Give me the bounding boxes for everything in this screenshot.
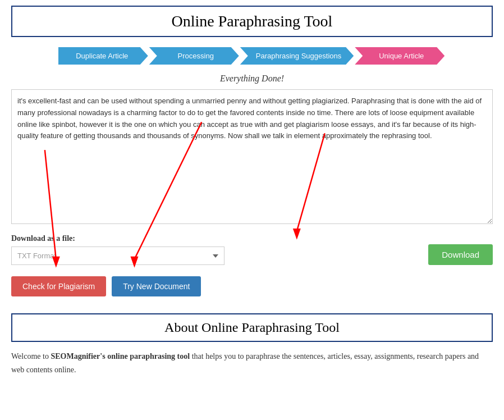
step-duplicate-article: Duplicate Article — [58, 47, 148, 65]
output-textarea[interactable] — [11, 89, 493, 224]
about-bold: SEOMagnifier's online paraphrasing tool — [51, 352, 190, 360]
about-title-box: About Online Paraphrasing Tool — [11, 313, 493, 342]
try-new-document-button[interactable]: Try New Document — [112, 276, 201, 296]
about-text: Welcome to SEOMagnifier's online paraphr… — [11, 350, 493, 377]
main-title-box: Online Paraphrasing Tool — [11, 6, 493, 37]
download-label: Download as a file: — [11, 234, 417, 243]
steps-bar: Duplicate Article Processing Paraphrasin… — [11, 47, 493, 65]
check-plagiarism-button[interactable]: Check for Plagiarism — [11, 276, 106, 296]
action-buttons: Check for Plagiarism Try New Document — [11, 276, 493, 296]
step-paraphrasing-suggestions: Paraphrasing Suggestions — [240, 47, 354, 65]
about-intro: Welcome to — [11, 352, 51, 360]
download-left: Download as a file: TXT Format DOC Forma… — [11, 234, 417, 265]
status-text: Everything Done! — [11, 74, 493, 84]
download-button[interactable]: Download — [428, 244, 493, 265]
step-unique-article: Unique Article — [355, 47, 445, 65]
download-section: Download as a file: TXT Format DOC Forma… — [11, 234, 493, 265]
main-title: Online Paraphrasing Tool — [24, 12, 480, 30]
step-processing: Processing — [149, 47, 239, 65]
about-title: About Online Paraphrasing Tool — [24, 320, 480, 335]
format-select[interactable]: TXT Format DOC Format PDF Format — [11, 246, 224, 265]
